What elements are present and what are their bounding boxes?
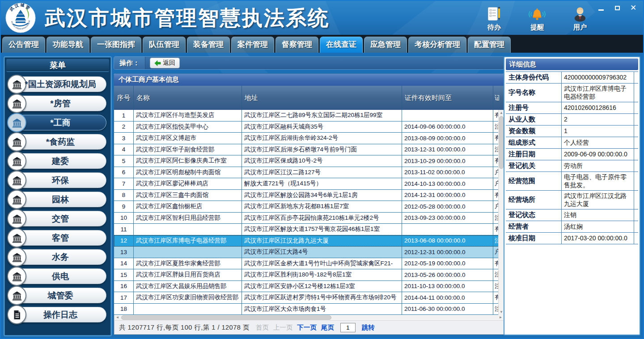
table-row[interactable]: 13 武汉市江岸区江大路4号 2012-12-31 00:00:00.0 户 bbox=[114, 247, 504, 258]
cell-address: 武汉市江岸区保成路10号-2号 bbox=[242, 155, 402, 167]
sidebar-item-label: *工商 bbox=[14, 115, 106, 130]
horizontal-scrollbar[interactable]: ◄ ► bbox=[114, 315, 504, 321]
nav-tab-6[interactable]: 案件管理 bbox=[231, 37, 274, 53]
detail-field-label: 注册日期 bbox=[506, 149, 561, 160]
sidebar-item[interactable]: 水务 bbox=[8, 249, 107, 265]
page-number-input[interactable] bbox=[340, 323, 356, 332]
table-row[interactable]: 16 武汉市江岸区大昌娱乐用品销售部 武汉市江岸区安静小区12号楼12栋1层3室… bbox=[114, 281, 504, 293]
detail-field-label: 注册号 bbox=[506, 102, 561, 113]
cell-index: 13 bbox=[114, 247, 134, 258]
sidebar-item[interactable]: *国土资源和规划局 bbox=[8, 76, 107, 92]
table-row[interactable]: 5 武汉市江岸区阿仁影像庆典工作室 武汉市江岸区保成路10号-2号 2013-1… bbox=[114, 155, 504, 167]
cell-name: 武汉市江岸区华子副食经营部 bbox=[134, 144, 242, 156]
nav-tab-3[interactable]: 一张图指挥 bbox=[91, 37, 141, 53]
sidebar-item[interactable]: *房管 bbox=[8, 96, 107, 111]
bell-icon bbox=[523, 5, 551, 22]
cell-index: 18 bbox=[114, 304, 134, 315]
table-row[interactable]: 12 武汉市江岸区库博电子电器经营部 武汉市江岸区江汉北路九运大厦 2013-0… bbox=[114, 235, 504, 247]
cell-valid-until bbox=[402, 224, 493, 235]
table-column-header: 证件有效时间至 bbox=[402, 86, 493, 110]
detail-field-value: 1 bbox=[561, 126, 634, 137]
cell-name bbox=[134, 304, 242, 315]
nav-tab-10[interactable]: 考核分析管理 bbox=[408, 37, 466, 53]
table-row[interactable]: 11 武汉市江岸区解放大道1757号葡京花园46栋1层1室 有 bbox=[114, 224, 504, 235]
cell-valid-until: 2013-10-29 00:00:00.0 bbox=[402, 155, 493, 167]
alerts-button[interactable]: 提醒 bbox=[523, 5, 551, 32]
sidebar-item-label: 园林 bbox=[14, 192, 106, 207]
cell-address: 武汉市江岸区胜利街180号-182号8层1室 bbox=[242, 269, 402, 281]
sidebar-item[interactable]: 环保 bbox=[8, 172, 107, 188]
table-row[interactable]: 1 武汉市江岸区仟与造型美发店 武汉市江岸区二七路89号东立国际二期20栋1层9… bbox=[114, 110, 504, 121]
detail-row: 登记状态 注销 bbox=[506, 209, 638, 221]
sidebar-item[interactable]: *食药监 bbox=[8, 134, 107, 150]
detail-field-label: 核准日期 bbox=[506, 233, 561, 244]
table-row[interactable]: 8 武汉市江岸区三鑫牛肉面馆 武汉市江岸区解放公园路34号6单元1层1房 201… bbox=[114, 190, 504, 201]
sidebar-item[interactable]: 城管委 bbox=[8, 288, 107, 303]
results-table: 序号名称地址证件有效时间至证件状态 1 武汉市江岸区仟与造型美发店 武汉市江岸区… bbox=[114, 86, 504, 315]
table-row[interactable]: 6 武汉市江岸区明彪秘制牛肉面馆 武汉市江岸区江汉二路127号 2013-11-… bbox=[114, 167, 504, 179]
nav-tab-8-active[interactable]: 在线查证 bbox=[320, 37, 363, 53]
nav-tab-1[interactable]: 公告管理 bbox=[2, 37, 45, 53]
detail-field-value: 电子电器、电子原件零售批发。 bbox=[561, 172, 634, 190]
operation-toolbar: 操作： 返回 bbox=[114, 56, 504, 70]
horizontal-scrollbar-thumb[interactable] bbox=[121, 315, 331, 320]
cell-address: 武汉市江岸区大众市场肉食1号 bbox=[242, 304, 402, 315]
sidebar-item-label: 城管委 bbox=[14, 288, 106, 303]
nav-tab-9[interactable]: 应急管理 bbox=[364, 37, 407, 53]
minimize-icon[interactable] bbox=[597, 4, 605, 12]
table-row[interactable]: 14 武汉市江岸区夏胜华家禽经营部 武汉市江岸区金桥大道1号竹叶山中环商贸城家禽… bbox=[114, 258, 504, 270]
nav-tab-7[interactable]: 督察管理 bbox=[275, 37, 318, 53]
detail-row-gutter bbox=[634, 114, 638, 125]
scroll-left-icon[interactable]: ◄ bbox=[114, 315, 120, 320]
pagination-summary: 共 1207717 行,每页 100 行,第 1 / 12078 页 bbox=[119, 323, 250, 332]
table-row[interactable]: 17 武汉市江岸区功安废旧物资回收经营部 武汉市江岸区跃进村罗湾特1号中环物资再… bbox=[114, 292, 504, 304]
table-row[interactable]: 7 武汉市江岸区廖记棒棒鸡店 解放大道721号（现1415号） 2014-10-… bbox=[114, 178, 504, 190]
maximize-icon[interactable] bbox=[614, 4, 621, 12]
nav-tab-11[interactable]: 配置管理 bbox=[468, 37, 511, 53]
app-window: 武 汉 城 管 WUHAN URBAN MANAGEMENT 武汉市城市管理智慧… bbox=[0, 0, 644, 339]
user-button[interactable]: 用户 bbox=[566, 5, 594, 32]
detail-field-label: 资金数额 bbox=[506, 126, 561, 137]
table-row[interactable]: 4 武汉市江岸区华子副食经营部 武汉市江岸区后湖乡石桥墩74号前9号门面 201… bbox=[114, 144, 504, 156]
sidebar-item[interactable]: 操作日志 bbox=[8, 307, 107, 322]
table-row[interactable]: 9 武汉市江岸区鑫怡橱柜店 武汉市江岸区新地东方花都B1栋1层7室 2012-0… bbox=[114, 201, 504, 213]
jump-link[interactable]: 跳转 bbox=[362, 323, 375, 332]
sidebar-item[interactable]: 建委 bbox=[8, 153, 107, 169]
cell-valid-until: 2013-05-26 00:00:00.0 bbox=[402, 269, 493, 281]
table-row[interactable]: 10 武汉市江岸区智利日用品经营部 武汉市江岸区百步亭花园怡康苑210栋1单元2… bbox=[114, 213, 504, 224]
first-page-link[interactable]: 首页 bbox=[256, 323, 269, 332]
sidebar-item[interactable]: 客管 bbox=[8, 230, 107, 246]
vertical-scrollbar-thumb[interactable] bbox=[499, 116, 504, 169]
detail-row: 经营场所 武汉市江岸区江汉北路九运大厦 bbox=[506, 191, 638, 209]
sidebar-item[interactable]: 交管 bbox=[8, 211, 107, 226]
cell-index: 7 bbox=[114, 178, 134, 190]
cell-address: 武汉市江岸区解放大道1757号葡京花园46栋1层1室 bbox=[242, 224, 402, 235]
table-row[interactable]: 15 武汉市江岸区胖妹日用百货商店 武汉市江岸区胜利街180号-182号8层1室… bbox=[114, 269, 504, 281]
cell-valid-until: 2014-10-13 00:00:00.0 bbox=[402, 178, 493, 190]
sidebar-item[interactable]: *工商 bbox=[8, 115, 107, 130]
cell-name: 武汉市江岸区功安废旧物资回收经营部 bbox=[134, 292, 242, 304]
next-page-link[interactable]: 下一页 bbox=[297, 323, 317, 332]
detail-row: 从业人数 2 bbox=[506, 114, 638, 126]
nav-tab-4[interactable]: 队伍管理 bbox=[143, 37, 186, 53]
sidebar-item[interactable]: 供电 bbox=[8, 268, 107, 284]
sidebar-item[interactable]: 园林 bbox=[8, 192, 107, 207]
cell-address: 武汉市江岸区后湖街余华岭324-2号 bbox=[242, 133, 402, 144]
table-row[interactable]: 2 武汉市江岸区指悦美甲中心 武汉市江岸区融科天城商35号 2014-09-06… bbox=[114, 121, 504, 133]
table-row[interactable]: 3 武汉市江岸区义博超市 武汉市江岸区后湖街余华岭324-2号 2013-08-… bbox=[114, 133, 504, 144]
detail-panel: 详细信息 主体身份代码 420000000009796302 字号名称 武汉市江… bbox=[504, 56, 640, 335]
close-icon[interactable]: ✕ bbox=[630, 4, 637, 12]
todo-button[interactable]: 待办 bbox=[480, 5, 508, 32]
cell-name: 武汉市江岸区大昌娱乐用品销售部 bbox=[134, 281, 242, 293]
cell-name: 武汉市江岸区鑫怡橱柜店 bbox=[134, 201, 242, 213]
last-page-link[interactable]: 尾页 bbox=[321, 323, 334, 332]
nav-tab-5[interactable]: 装备管理 bbox=[187, 37, 230, 53]
prev-page-link[interactable]: 上一页 bbox=[273, 323, 293, 332]
nav-tab-2[interactable]: 功能导航 bbox=[47, 37, 89, 53]
back-button[interactable]: 返回 bbox=[150, 58, 180, 68]
scroll-right-icon[interactable]: ► bbox=[498, 315, 504, 320]
table-row[interactable]: 18 武汉市江岸区大众市场肉食1号 2011-06-30 00:00:00.0 … bbox=[114, 304, 504, 315]
cell-name: 武汉市江岸区指悦美甲中心 bbox=[134, 121, 242, 133]
cell-index: 5 bbox=[114, 155, 134, 167]
table-column-header: 名称 bbox=[134, 86, 242, 110]
